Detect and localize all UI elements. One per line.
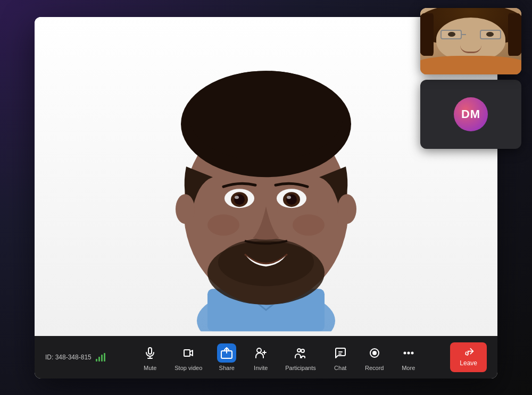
video-icon — [182, 347, 195, 359]
chat-icon — [334, 347, 347, 359]
svg-point-28 — [297, 349, 301, 352]
more-icon — [402, 347, 415, 359]
dm-initials: DM — [461, 107, 480, 121]
chat-button[interactable]: Chat — [325, 339, 356, 375]
main-speaker-face — [154, 33, 378, 331]
signal-strength-icon — [96, 353, 105, 362]
svg-point-15 — [286, 194, 297, 205]
mic-icon — [144, 347, 156, 359]
svg-point-18 — [293, 214, 325, 236]
invite-label: Invite — [254, 365, 268, 371]
toolbar-right: Leave — [444, 342, 487, 372]
share-icon — [220, 347, 233, 359]
svg-rect-21 — [148, 348, 152, 354]
chat-label: Chat — [334, 365, 346, 371]
leave-phone-icon — [463, 348, 474, 358]
dm-avatar: DM — [454, 97, 488, 131]
toolbar-center: Mute Stop video Share — [114, 339, 444, 375]
svg-point-29 — [301, 349, 304, 352]
toolbar-left: ID: 348-348-815 — [45, 353, 114, 362]
mute-button[interactable]: Mute — [134, 339, 166, 375]
more-label: More — [402, 365, 415, 371]
more-button[interactable]: More — [393, 339, 425, 375]
svg-point-33 — [373, 351, 376, 355]
record-label: Record — [365, 365, 384, 371]
participant-thumb-2[interactable]: DM — [420, 80, 521, 149]
svg-point-12 — [235, 196, 239, 199]
svg-point-16 — [287, 196, 291, 199]
svg-point-8 — [218, 238, 314, 286]
leave-label: Leave — [460, 359, 477, 367]
svg-point-36 — [411, 352, 413, 354]
leave-button[interactable]: Leave — [450, 342, 487, 372]
toolbar: ID: 348-348-815 Mut — [35, 336, 497, 379]
svg-point-17 — [207, 214, 239, 236]
participants-button[interactable]: Participants — [279, 339, 322, 375]
participants-label: Participants — [285, 365, 315, 371]
svg-point-19 — [176, 194, 195, 224]
mute-label: Mute — [144, 365, 156, 371]
stop-video-label: Stop video — [174, 365, 202, 371]
invite-button[interactable]: Invite — [245, 339, 277, 375]
svg-point-25 — [257, 348, 261, 352]
svg-point-34 — [404, 352, 405, 354]
thumbnails-panel: DM — [420, 8, 521, 149]
svg-point-6 — [189, 71, 343, 161]
meeting-id: ID: 348-348-815 — [45, 354, 92, 361]
record-button[interactable]: Record — [359, 339, 390, 375]
svg-point-20 — [337, 194, 356, 224]
share-label: Share — [219, 365, 235, 371]
svg-point-11 — [234, 194, 245, 205]
participants-icon — [294, 347, 307, 359]
record-icon — [368, 347, 381, 359]
svg-point-35 — [408, 352, 409, 354]
participant-thumb-1[interactable] — [420, 8, 521, 74]
share-button[interactable]: Share — [211, 339, 243, 375]
stop-video-button[interactable]: Stop video — [168, 339, 209, 375]
invite-icon — [254, 347, 267, 359]
